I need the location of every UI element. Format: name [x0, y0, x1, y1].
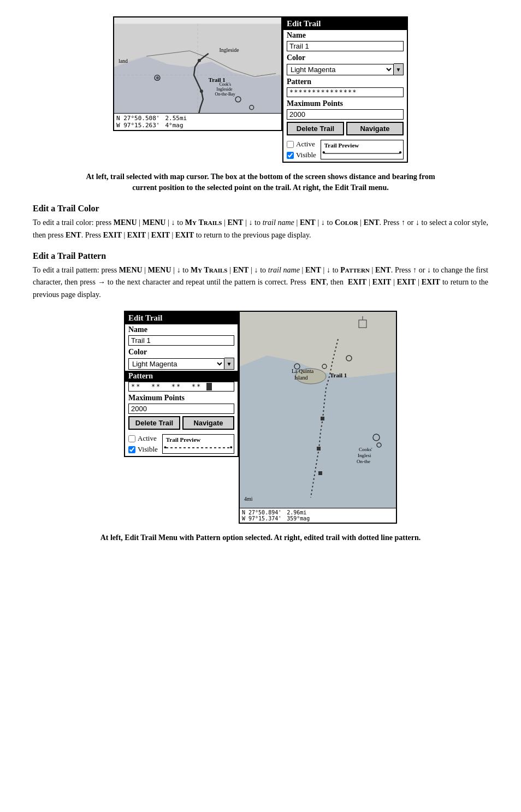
- top-map: Trail 1 Ingleside land Cook's Ingleside …: [113, 16, 282, 131]
- svg-text:land: land: [119, 58, 128, 64]
- bottom-map-info-bar: N 27°50.894' W 97°15.374' 2.96mi 359°mag: [240, 508, 396, 523]
- top-edit-trail-panel: Edit Trail Name Color Light Magenta ▼ Pa…: [282, 16, 408, 163]
- color-select[interactable]: Light Magenta: [287, 64, 394, 75]
- trail-preview-line: [324, 153, 400, 154]
- bottom-mag: 359°mag: [287, 515, 310, 521]
- bottom-w-coord: W 97°15.374': [242, 515, 281, 521]
- svg-rect-34: [321, 417, 324, 420]
- svg-text:La Quinta: La Quinta: [292, 368, 314, 374]
- bottom-delete-trail-button[interactable]: Delete Trail: [128, 416, 180, 430]
- bottom-name-label: Name: [125, 324, 238, 335]
- svg-text:Cooks': Cooks': [359, 447, 372, 452]
- bottom-visible-row[interactable]: Visible: [128, 445, 158, 454]
- top-figure: Trail 1 Ingleside land Cook's Ingleside …: [33, 16, 488, 163]
- checkboxes: Active Visible: [287, 140, 316, 159]
- svg-text:⊕: ⊕: [156, 75, 159, 80]
- mag: 4°mag: [165, 122, 187, 129]
- bottom-edit-trail-title: Edit Trail: [125, 312, 238, 324]
- bottom-visible-checkbox[interactable]: [128, 446, 135, 453]
- n-coord: N 27°50.508': [116, 115, 159, 122]
- section2-heading-text: Edit a Trail Pattern: [33, 251, 106, 260]
- top-caption: At left, trail selected with map cursor.…: [75, 171, 446, 193]
- svg-text:4mi: 4mi: [244, 496, 253, 502]
- bottom-trail-preview-line: ● ●: [166, 447, 230, 448]
- bottom-options-row: Active Visible Trail Preview ● ●: [125, 432, 238, 456]
- section2-heading: Edit a Trail Pattern: [33, 251, 488, 261]
- bottom-edit-trail-panel: Edit Trail Name Color Light Magenta ▼ Pa…: [124, 311, 239, 457]
- bottom-name-input[interactable]: [128, 335, 234, 346]
- bottom-active-row[interactable]: Active: [128, 434, 158, 443]
- visible-label: Visible: [296, 151, 316, 159]
- bottom-trail-preview-box: Trail Preview ● ●: [162, 434, 234, 454]
- active-label: Active: [296, 140, 315, 149]
- visible-row[interactable]: Visible: [287, 151, 316, 159]
- trail-preview-label: Trail Preview: [324, 142, 400, 149]
- name-input[interactable]: [287, 41, 404, 51]
- bottom-n-coord: N 27°50.894': [242, 509, 281, 515]
- max-points-label: Maximum Points: [283, 98, 407, 109]
- trail-preview-box: Trail Preview: [321, 140, 404, 159]
- pattern-label: Pattern: [283, 76, 407, 87]
- action-buttons: Delete Trail Navigate: [287, 122, 404, 135]
- svg-text:Ingleside: Ingleside: [217, 87, 233, 92]
- svg-text:On-the-Bay: On-the-Bay: [215, 92, 235, 97]
- active-row[interactable]: Active: [287, 140, 316, 149]
- bottom-pattern-label: Pattern: [125, 371, 238, 382]
- bottom-color-select-arrow[interactable]: ▼: [224, 358, 234, 370]
- svg-rect-32: [317, 447, 321, 451]
- bottom-caption: At left, Edit Trail Menu with Pattern op…: [75, 532, 446, 543]
- active-checkbox[interactable]: [287, 141, 294, 148]
- visible-checkbox[interactable]: [287, 152, 294, 159]
- section2-para: To edit a trail pattern: press MENU | ME…: [33, 264, 488, 301]
- bottom-action-buttons: Delete Trail Navigate: [128, 416, 234, 430]
- bottom-map: La Quinta Island Trail 1 Cooks' Inglesi …: [239, 311, 397, 524]
- bottom-figure: Edit Trail Name Color Light Magenta ▼ Pa…: [33, 311, 488, 524]
- edit-trail-title: Edit Trail: [283, 17, 407, 30]
- bottom-navigate-button[interactable]: Navigate: [182, 416, 234, 430]
- bottom-options: Active Visible Trail Preview: [283, 138, 407, 162]
- bottom-active-label: Active: [138, 434, 157, 443]
- distance: 2.55mi: [165, 115, 187, 122]
- section1-heading: Edit a Trail Color: [33, 204, 488, 214]
- pattern-input[interactable]: ***************: [287, 87, 404, 97]
- bottom-max-points-input[interactable]: [128, 404, 234, 414]
- bottom-visible-label: Visible: [138, 445, 158, 454]
- bottom-trail-preview-label: Trail Preview: [166, 436, 230, 443]
- color-label: Color: [283, 52, 407, 63]
- w-coord: W 97°15.263': [116, 122, 159, 129]
- bottom-color-label: Color: [125, 347, 238, 358]
- bottom-color-select-row: Light Magenta ▼: [128, 358, 234, 370]
- bottom-checkboxes: Active Visible: [128, 434, 158, 454]
- svg-text:Trail 1: Trail 1: [330, 372, 347, 378]
- name-label: Name: [283, 30, 407, 41]
- color-select-arrow[interactable]: ▼: [394, 63, 404, 75]
- bottom-pattern-input[interactable]: ** ** ** **: [128, 382, 234, 392]
- svg-point-11: [200, 90, 203, 93]
- svg-text:Island: Island: [294, 375, 307, 381]
- svg-rect-33: [318, 471, 322, 475]
- delete-trail-button[interactable]: Delete Trail: [287, 122, 344, 135]
- section1-para: To edit a trail color: press MENU | MENU…: [33, 217, 488, 241]
- svg-text:On-the: On-the: [357, 459, 370, 464]
- svg-text:Inglesi: Inglesi: [358, 453, 371, 458]
- bottom-distance: 2.96mi: [287, 509, 310, 515]
- svg-text:Ingleside: Ingleside: [219, 47, 239, 53]
- navigate-button[interactable]: Navigate: [346, 122, 404, 135]
- max-points-input[interactable]: [287, 109, 404, 120]
- bottom-active-checkbox[interactable]: [128, 435, 135, 442]
- svg-point-12: [198, 59, 201, 62]
- map-info-bar: N 27°50.508' W 97°15.263' 2.55mi 4°mag: [114, 113, 281, 130]
- svg-text:Cook's: Cook's: [219, 82, 231, 87]
- section1-heading-text: Edit a Trail Color: [33, 204, 99, 213]
- color-select-row: Light Magenta ▼: [287, 63, 404, 75]
- bottom-color-select[interactable]: Light Magenta: [128, 358, 224, 370]
- bottom-max-points-label: Maximum Points: [125, 393, 238, 404]
